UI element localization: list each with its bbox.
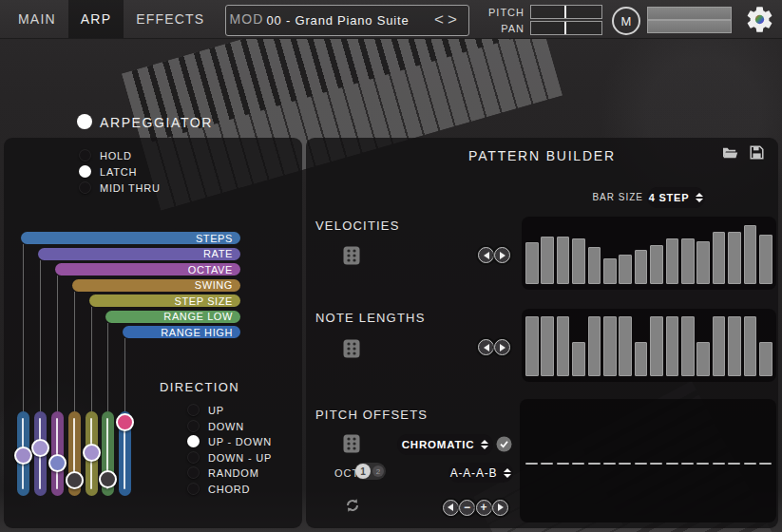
note-length-bar-5[interactable] bbox=[588, 316, 601, 376]
mode-radio-latch[interactable] bbox=[79, 165, 91, 178]
mode-radio-midi-thru[interactable] bbox=[79, 181, 91, 194]
note-length-bar-1[interactable] bbox=[525, 316, 539, 376]
pan-slider-handle[interactable] bbox=[564, 22, 566, 34]
velocity-bar-5[interactable] bbox=[588, 247, 601, 284]
pitch-offset-step-5[interactable] bbox=[588, 463, 601, 466]
param-slider-knob-rate[interactable] bbox=[31, 439, 49, 457]
settings-button[interactable] bbox=[744, 4, 775, 35]
param-slider-knob-step-size[interactable] bbox=[83, 444, 101, 462]
param-bar-range-low[interactable]: RANGE LOW bbox=[105, 311, 240, 323]
note-length-bar-2[interactable] bbox=[541, 316, 554, 376]
load-pattern-button[interactable] bbox=[722, 145, 738, 160]
velocity-bar-6[interactable] bbox=[603, 258, 617, 284]
note-length-bar-6[interactable] bbox=[603, 316, 617, 376]
note-lengths-prev-button[interactable] bbox=[478, 339, 494, 355]
velocities-prev-button[interactable] bbox=[478, 247, 494, 263]
pitch-offset-step-10[interactable] bbox=[666, 463, 678, 466]
pitch-slider-handle[interactable] bbox=[564, 6, 566, 18]
velocities-next-button[interactable] bbox=[494, 247, 510, 263]
pitch-offset-step-1[interactable] bbox=[525, 463, 538, 466]
param-slider-knob-range-low[interactable] bbox=[99, 470, 117, 488]
note-length-bar-15[interactable] bbox=[744, 316, 757, 376]
velocity-bar-11[interactable] bbox=[681, 238, 695, 284]
param-bar-steps[interactable]: STEPS bbox=[21, 232, 240, 244]
pitch-offset-step-13[interactable] bbox=[713, 463, 725, 466]
note-length-bar-4[interactable] bbox=[572, 342, 585, 376]
offset-shift-left-button[interactable] bbox=[443, 500, 459, 516]
note-length-bar-10[interactable] bbox=[666, 316, 679, 376]
arpeggiator-toggle[interactable] bbox=[77, 114, 92, 129]
tab-effects[interactable]: EFFECTS bbox=[124, 0, 217, 38]
velocity-bar-1[interactable] bbox=[525, 242, 539, 284]
stepper-arrows-icon[interactable] bbox=[696, 193, 703, 202]
mute-button[interactable]: M bbox=[612, 7, 640, 35]
velocity-bar-4[interactable] bbox=[572, 238, 585, 284]
oct-option-1[interactable]: 1 bbox=[355, 464, 371, 479]
param-slider-knob-octave[interactable] bbox=[48, 454, 67, 472]
oct-toggle[interactable]: 1 2 bbox=[354, 463, 386, 480]
direction-radio-random[interactable] bbox=[187, 466, 200, 479]
velocity-bar-7[interactable] bbox=[619, 255, 632, 284]
note-length-bar-13[interactable] bbox=[713, 316, 726, 376]
note-length-bar-12[interactable] bbox=[696, 342, 710, 376]
pitch-offsets-chart[interactable] bbox=[520, 399, 776, 522]
offset-decrement-button[interactable]: − bbox=[459, 500, 475, 516]
save-pattern-button[interactable] bbox=[750, 145, 764, 160]
velocity-bar-16[interactable] bbox=[759, 235, 772, 284]
reset-offsets-button[interactable] bbox=[344, 497, 361, 514]
velocity-bar-2[interactable] bbox=[541, 237, 554, 284]
param-slider-knob-steps[interactable] bbox=[14, 446, 32, 465]
param-slider-knob-range-high[interactable] bbox=[116, 413, 134, 431]
note-length-bar-8[interactable] bbox=[635, 342, 648, 376]
pitch-offset-step-6[interactable] bbox=[603, 463, 616, 466]
direction-radio-up-down[interactable] bbox=[187, 435, 200, 447]
note-length-bar-9[interactable] bbox=[650, 316, 663, 376]
pitch-offset-step-2[interactable] bbox=[541, 463, 553, 466]
note-length-bar-11[interactable] bbox=[681, 316, 695, 376]
note-lengths-next-button[interactable] bbox=[494, 339, 510, 355]
pattern-variation-selector[interactable]: A-A-A-B bbox=[448, 463, 513, 483]
velocity-bar-12[interactable] bbox=[696, 241, 710, 285]
apply-scale-button[interactable] bbox=[496, 436, 512, 452]
velocity-bar-13[interactable] bbox=[713, 232, 726, 284]
scale-selector[interactable]: CHROMATIC bbox=[397, 434, 493, 455]
offset-increment-button[interactable]: + bbox=[476, 500, 492, 516]
velocity-bar-8[interactable] bbox=[635, 250, 648, 284]
direction-radio-down[interactable] bbox=[187, 420, 200, 432]
pitch-offset-step-9[interactable] bbox=[650, 463, 662, 466]
velocity-bar-15[interactable] bbox=[744, 225, 757, 284]
preset-prev-button[interactable]: < bbox=[434, 6, 444, 33]
pitch-offsets-randomize-button[interactable] bbox=[343, 434, 360, 453]
velocities-chart[interactable] bbox=[522, 217, 776, 290]
stepper-arrows-icon[interactable] bbox=[481, 440, 488, 449]
param-slider-knob-swing[interactable] bbox=[66, 471, 84, 489]
note-length-bar-3[interactable] bbox=[557, 316, 570, 376]
tab-main[interactable]: MAIN bbox=[6, 0, 68, 38]
pitch-offset-step-12[interactable] bbox=[696, 463, 709, 466]
pitch-offset-step-8[interactable] bbox=[635, 463, 647, 466]
tab-arp[interactable]: ARP bbox=[68, 0, 124, 38]
velocity-bar-10[interactable] bbox=[666, 238, 679, 284]
note-length-bar-16[interactable] bbox=[759, 342, 772, 376]
note-lengths-chart[interactable] bbox=[522, 309, 776, 382]
param-bar-rate[interactable]: RATE bbox=[38, 248, 240, 260]
pitch-offset-step-16[interactable] bbox=[759, 463, 772, 466]
param-bar-octave[interactable]: OCTAVE bbox=[55, 263, 240, 276]
note-lengths-randomize-button[interactable] bbox=[343, 339, 360, 358]
bar-size-stepper[interactable]: 4 STEP bbox=[647, 187, 705, 208]
note-length-bar-14[interactable] bbox=[728, 316, 741, 376]
note-length-bar-7[interactable] bbox=[619, 316, 632, 376]
velocities-randomize-button[interactable] bbox=[343, 246, 360, 265]
pitch-offset-step-7[interactable] bbox=[619, 463, 631, 466]
mode-radio-hold[interactable] bbox=[79, 149, 91, 162]
oct-option-2[interactable]: 2 bbox=[372, 466, 384, 477]
param-bar-swing[interactable]: SWING bbox=[72, 279, 240, 292]
pitch-slider[interactable] bbox=[530, 5, 602, 19]
velocity-bar-9[interactable] bbox=[650, 245, 663, 284]
pitch-offset-step-3[interactable] bbox=[557, 463, 569, 466]
velocity-bar-3[interactable] bbox=[557, 237, 570, 284]
param-bar-range-high[interactable]: RANGE HIGH bbox=[123, 326, 240, 338]
preset-selector[interactable]: 00 - Grand Piano Suite < > bbox=[225, 5, 469, 36]
param-bar-step-size[interactable]: STEP SIZE bbox=[89, 294, 240, 307]
direction-radio-down-up[interactable] bbox=[187, 451, 200, 464]
